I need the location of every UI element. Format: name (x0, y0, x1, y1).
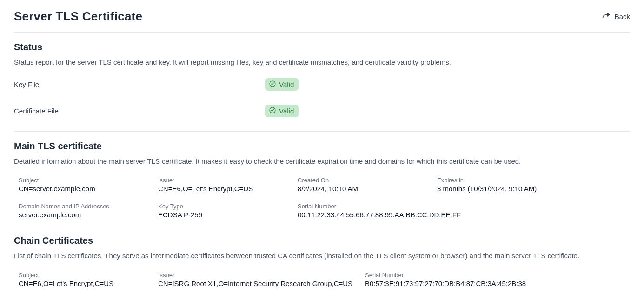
field-value: CN=E6,O=Let's Encrypt,C=US (19, 280, 149, 287)
field-subject: Subject CN=E6,O=Let's Encrypt,C=US (19, 272, 158, 287)
field-keytype: Key Type ECDSA P-256 (158, 203, 298, 219)
field-value: 3 months (10/31/2024, 9:10 AM) (437, 185, 586, 193)
field-value: CN=ISRG Root X1,O=Internet Security Rese… (158, 280, 356, 287)
field-value: B0:57:3E:91:73:97:27:70:DB:B4:87:CB:3A:4… (365, 280, 563, 287)
keyfile-status: Valid (279, 80, 294, 88)
status-row-certfile: Certificate File Valid (14, 105, 630, 117)
back-button[interactable]: Back (602, 11, 630, 22)
certfile-status: Valid (279, 107, 294, 115)
status-badge: Valid (265, 105, 299, 117)
chain-heading: Chain Certificates (14, 235, 630, 246)
check-circle-icon (269, 107, 276, 115)
field-subject: Subject CN=server.example.com (19, 177, 158, 193)
status-badge: Valid (265, 78, 299, 91)
keyfile-label: Key File (14, 80, 265, 88)
chain-cert-grid: Subject CN=E6,O=Let's Encrypt,C=US Issue… (14, 272, 630, 294)
back-arrow-icon (602, 11, 611, 22)
field-label: Serial Number (298, 203, 586, 210)
field-label: Issuer (158, 272, 356, 279)
field-created: Created On 8/2/2024, 10:10 AM (298, 177, 437, 193)
status-row-keyfile: Key File Valid (14, 78, 630, 91)
field-expires: Expires in 3 months (10/31/2024, 9:10 AM… (437, 177, 595, 193)
section-divider (14, 131, 630, 132)
field-value: 8/2/2024, 10:10 AM (298, 185, 428, 193)
field-issuer: Issuer CN=ISRG Root X1,O=Internet Securi… (158, 272, 365, 287)
field-value: 00:11:22:33:44:55:66:77:88:99:AA:BB:CC:D… (298, 211, 586, 219)
page-header: Server TLS Certificate Back (14, 9, 630, 33)
field-serial: Serial Number 00:11:22:33:44:55:66:77:88… (298, 203, 595, 219)
field-serial: Serial Number B0:57:3E:91:73:97:27:70:DB… (365, 272, 572, 287)
svg-point-1 (270, 107, 275, 113)
main-cert-grid: Subject CN=server.example.com Issuer CN=… (14, 177, 630, 225)
page-title: Server TLS Certificate (14, 9, 142, 24)
field-value: ECDSA P-256 (158, 211, 288, 219)
back-label: Back (615, 13, 630, 20)
field-label: Issuer (158, 177, 288, 184)
check-circle-icon (269, 80, 276, 89)
field-label: Subject (19, 272, 149, 279)
chain-description: List of chain TLS certificates. They ser… (14, 251, 630, 261)
field-label: Expires in (437, 177, 586, 184)
field-domains: Domain Names and IP Addresses server.exa… (19, 203, 158, 219)
field-label: Key Type (158, 203, 288, 210)
field-label: Subject (19, 177, 149, 184)
main-cert-description: Detailed information about the main serv… (14, 156, 630, 167)
field-label: Serial Number (365, 272, 563, 279)
status-heading: Status (14, 42, 630, 53)
field-label: Domain Names and IP Addresses (19, 203, 149, 210)
status-description: Status report for the server TLS certifi… (14, 57, 630, 68)
main-cert-heading: Main TLS certificate (14, 141, 630, 152)
svg-point-0 (270, 81, 275, 87)
certfile-label: Certificate File (14, 107, 265, 115)
field-issuer: Issuer CN=E6,O=Let's Encrypt,C=US (158, 177, 298, 193)
field-label: Created On (298, 177, 428, 184)
field-value: CN=E6,O=Let's Encrypt,C=US (158, 185, 288, 193)
field-value: server.example.com (19, 211, 149, 219)
field-value: CN=server.example.com (19, 185, 149, 193)
